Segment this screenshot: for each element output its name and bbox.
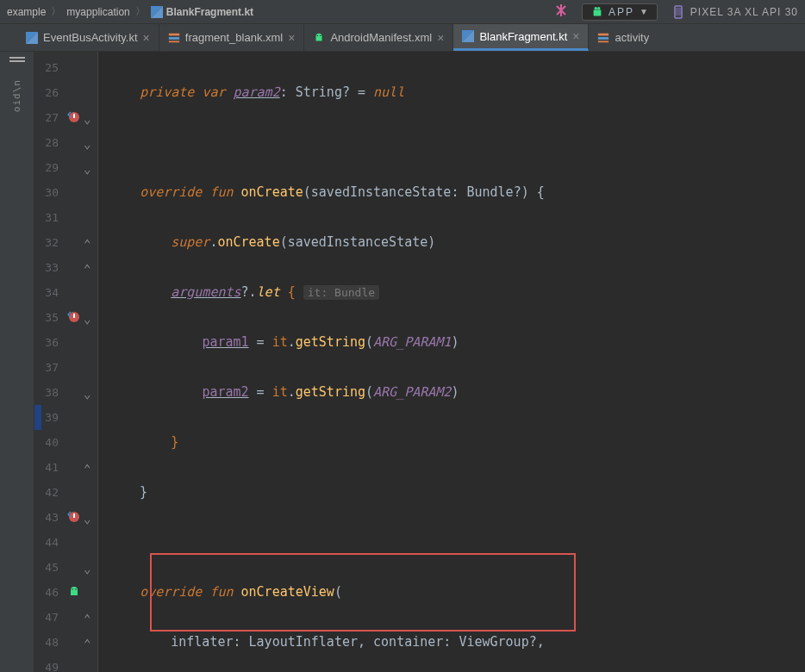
layout-xml-icon (597, 32, 609, 44)
dock-icon[interactable] (9, 60, 25, 62)
kotlin-icon (151, 6, 163, 18)
line-number: 44 (34, 530, 59, 555)
line-number: 40 (34, 430, 59, 455)
settings-icon[interactable] (554, 3, 568, 20)
svg-rect-2 (594, 9, 602, 16)
line-number: 28 (34, 130, 59, 155)
editor-tabs: EventBusActivity.kt × fragment_blank.xml… (0, 24, 805, 52)
tab-eventbusactivity[interactable]: EventBusActivity.kt × (17, 24, 159, 51)
line-number: 43 (34, 505, 59, 530)
line-number: 48 (34, 630, 59, 655)
breadcrumb-part[interactable]: myapplication (66, 6, 129, 18)
fold-icon[interactable]: ⌄ (84, 562, 94, 572)
svg-point-22 (72, 588, 73, 590)
line-number: 47 (34, 605, 59, 630)
line-number: 46 (34, 580, 59, 605)
line-number: 32 (34, 230, 59, 255)
toolbar-right: APP ▼ PIXEL 3A XL API 30 (554, 3, 798, 21)
phone-icon (671, 5, 685, 19)
line-number: 25 (34, 55, 59, 80)
fold-icon[interactable]: ⌃ (84, 262, 94, 272)
line-number: 27 (34, 105, 59, 130)
fold-icon[interactable]: ⌄ (84, 512, 94, 522)
line-number: 31 (34, 205, 59, 230)
close-icon[interactable]: × (572, 30, 579, 42)
icon-gutter: ⌄⌄⌄⌃⌃⌄⌄⌃⌄⌄⌃⌃ (64, 52, 98, 672)
line-number: 30 (34, 180, 59, 205)
fold-icon[interactable]: ⌄ (84, 162, 94, 172)
line-number: 45 (34, 555, 59, 580)
fold-icon[interactable]: ⌄ (84, 387, 94, 397)
line-number: 37 (34, 355, 59, 380)
svg-point-3 (594, 6, 597, 9)
android-run-icon[interactable] (67, 585, 95, 599)
svg-point-13 (320, 34, 321, 35)
svg-point-23 (75, 588, 77, 590)
line-number: 34 (34, 280, 59, 305)
chevron-right-icon: 〉 (135, 4, 146, 19)
top-toolbar: example 〉 myapplication 〉 BlankFragment.… (0, 0, 805, 24)
tab-blankfragment[interactable]: BlankFragment.kt × (453, 24, 589, 51)
ide-root: example 〉 myapplication 〉 BlankFragment.… (0, 0, 805, 672)
chevron-down-icon: ▼ (640, 7, 648, 16)
line-number: 26 (34, 80, 59, 105)
line-number: 49 (34, 655, 59, 672)
fold-icon[interactable]: ⌄ (84, 137, 94, 147)
device-label: PIXEL 3A XL API 30 (690, 6, 798, 18)
line-number-gutter: 2526272829303132333435363738394041424344… (34, 52, 64, 672)
fold-icon[interactable]: ⌄ (84, 312, 94, 322)
svg-point-12 (317, 34, 318, 35)
line-number: 36 (34, 330, 59, 355)
svg-rect-6 (676, 8, 681, 16)
breadcrumb-file[interactable]: BlankFragment.kt (151, 6, 253, 18)
svg-rect-11 (169, 40, 179, 42)
line-number: 42 (34, 480, 59, 505)
line-number: 41 (34, 455, 59, 480)
svg-rect-16 (598, 33, 608, 35)
layout-xml-icon (168, 32, 180, 44)
tool-window-label[interactable]: oid\n (11, 79, 22, 112)
code-area[interactable]: private var param2: String? = null overr… (98, 52, 805, 672)
run-configuration-dropdown[interactable]: APP ▼ (582, 3, 658, 21)
line-number: 35 (34, 305, 59, 330)
current-line-highlight (34, 405, 41, 430)
tab-overflow-left[interactable] (0, 24, 17, 51)
chevron-right-icon: 〉 (51, 4, 61, 19)
fold-icon[interactable]: ⌄ (84, 112, 94, 122)
kotlin-icon (26, 32, 38, 44)
line-number: 33 (34, 255, 59, 280)
device-selector[interactable]: PIXEL 3A XL API 30 (671, 5, 798, 19)
run-config-label: APP (608, 6, 634, 18)
android-icon (591, 6, 603, 18)
breadcrumb[interactable]: example 〉 myapplication 〉 BlankFragment.… (7, 4, 554, 19)
tab-fragment-blank-xml[interactable]: fragment_blank.xml × (159, 24, 305, 51)
close-icon[interactable]: × (288, 32, 295, 44)
close-icon[interactable]: × (143, 32, 150, 44)
breadcrumb-part[interactable]: example (7, 6, 46, 18)
line-number: 29 (34, 155, 59, 180)
svg-point-4 (597, 6, 601, 9)
fold-icon[interactable]: ⌃ (84, 637, 94, 647)
android-icon (313, 32, 325, 44)
tab-activity[interactable]: activity (589, 24, 658, 51)
tab-androidmanifest[interactable]: AndroidManifest.xml × (304, 24, 453, 51)
fold-icon[interactable]: ⌃ (84, 462, 94, 472)
svg-rect-10 (169, 37, 179, 40)
fold-icon[interactable]: ⌃ (84, 612, 94, 622)
kotlin-icon (462, 30, 474, 42)
svg-rect-9 (169, 33, 179, 35)
code-editor[interactable]: 2526272829303132333435363738394041424344… (34, 52, 805, 672)
svg-rect-18 (598, 40, 608, 42)
fold-icon[interactable]: ⌃ (84, 237, 94, 247)
close-icon[interactable]: × (437, 32, 444, 44)
left-tool-rail: oid\n (0, 52, 34, 672)
line-number: 38 (34, 380, 59, 405)
editor-body: oid\n 2526272829303132333435363738394041… (0, 52, 805, 672)
svg-rect-17 (598, 37, 608, 40)
